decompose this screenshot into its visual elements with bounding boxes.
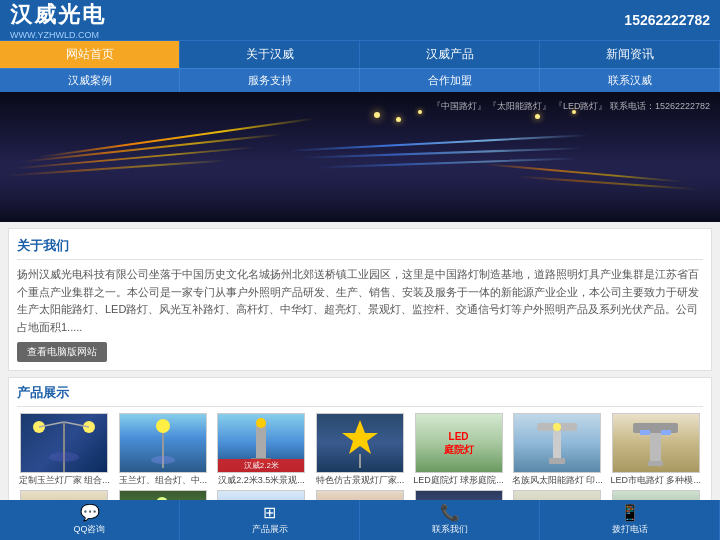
subnav-contact[interactable]: 联系汉威	[540, 69, 720, 92]
phone-number: 15262222782	[624, 12, 710, 28]
main-content: 『中国路灯』 『太阳能路灯』 『LED路灯』 联系电话：15262222782 …	[0, 92, 720, 524]
svg-rect-19	[633, 423, 678, 433]
logo: 汉威光电 WWW.YZHWLD.COM	[10, 0, 106, 40]
list-item[interactable]: 玉兰灯、组合灯、中...	[116, 413, 211, 486]
list-item[interactable]: LED市电路灯 多种模...	[608, 413, 703, 486]
logo-text: 汉威光电	[10, 2, 106, 27]
bottom-nav-qq[interactable]: 💬 QQ咨询	[0, 500, 180, 540]
product-label: 玉兰灯、组合灯、中...	[119, 475, 208, 486]
product-image	[20, 413, 108, 473]
banner: 『中国路灯』 『太阳能路灯』 『LED路灯』 联系电话：15262222782	[0, 92, 720, 222]
product-label: 特色仿古景观灯厂家...	[316, 475, 405, 486]
svg-point-10	[256, 418, 266, 428]
about-desktop-btn[interactable]: 查看电脑版网站	[17, 342, 107, 362]
product-image	[316, 413, 404, 473]
header: 汉威光电 WWW.YZHWLD.COM 15262222782	[0, 0, 720, 40]
bottom-nav-products-label: 产品展示	[252, 523, 288, 536]
svg-rect-9	[256, 423, 266, 463]
grid-icon: ⊞	[263, 505, 276, 521]
product-image	[119, 413, 207, 473]
product-label: LED庭院灯 球形庭院...	[413, 475, 504, 486]
product-label: 定制玉兰灯厂家 组合...	[19, 475, 110, 486]
banner-overlay	[0, 162, 720, 222]
svg-rect-21	[661, 430, 671, 435]
product-label: LED市电路灯 多种模...	[610, 475, 701, 486]
nav-item-news[interactable]: 新闻资讯	[540, 41, 720, 68]
svg-rect-17	[549, 458, 565, 464]
svg-rect-22	[648, 461, 663, 466]
qq-icon: 💬	[80, 505, 100, 521]
svg-point-16	[553, 423, 561, 431]
list-item[interactable]: 定制玉兰灯厂家 组合...	[17, 413, 112, 486]
subnav-cases[interactable]: 汉威案例	[0, 69, 180, 92]
svg-marker-12	[342, 420, 378, 454]
nav-item-about[interactable]: 关于汉威	[180, 41, 360, 68]
bottom-nav-call-label: 拨打电话	[612, 523, 648, 536]
svg-rect-20	[640, 430, 650, 435]
list-item[interactable]: LED庭院灯 LED庭院灯 球形庭院...	[411, 413, 506, 486]
nav-item-home[interactable]: 网站首页	[0, 41, 180, 68]
bottom-nav-contact[interactable]: 📞 联系我们	[360, 500, 540, 540]
logo-area: 汉威光电 WWW.YZHWLD.COM	[10, 0, 106, 40]
svg-point-6	[156, 419, 170, 433]
bottom-nav-call[interactable]: 📱 拨打电话	[540, 500, 720, 540]
subnav-partner[interactable]: 合作加盟	[360, 69, 540, 92]
about-title: 关于我们	[17, 237, 703, 260]
about-text: 扬州汉威光电科技有限公司坐落于中国历史文化名城扬州北郊送桥镇工业园区，这里是中国…	[17, 266, 703, 336]
svg-point-8	[151, 456, 175, 464]
banner-text: 『中国路灯』 『太阳能路灯』 『LED路灯』 联系电话：15262222782	[432, 100, 710, 113]
list-item[interactable]: 名族风太阳能路灯 印...	[510, 413, 605, 486]
product-badge: 汉威2.2米	[218, 459, 304, 472]
product-image: LED庭院灯	[415, 413, 503, 473]
logo-subtitle: WWW.YZHWLD.COM	[10, 30, 106, 40]
product-image	[513, 413, 601, 473]
about-section: 关于我们 扬州汉威光电科技有限公司坐落于中国历史文化名城扬州北郊送桥镇工业园区，…	[8, 228, 712, 371]
nav-item-products[interactable]: 汉威产品	[360, 41, 540, 68]
svg-point-5	[49, 452, 79, 462]
product-image: 汉威2.2米	[217, 413, 305, 473]
phone-icon: 📱	[620, 505, 640, 521]
bottom-nav-qq-label: QQ咨询	[73, 523, 105, 536]
bottom-nav-contact-label: 联系我们	[432, 523, 468, 536]
contact-icon: 📞	[440, 505, 460, 521]
product-label: 名族风太阳能路灯 印...	[512, 475, 603, 486]
main-nav: 网站首页 关于汉威 汉威产品 新闻资讯	[0, 40, 720, 68]
bottom-nav-products[interactable]: ⊞ 产品展示	[180, 500, 360, 540]
product-grid: 定制玉兰灯厂家 组合... 玉兰灯、组合灯、中... 汉威2.2米 汉威2.2米	[17, 413, 703, 486]
subnav-service[interactable]: 服务支持	[180, 69, 360, 92]
sub-nav: 汉威案例 服务支持 合作加盟 联系汉威	[0, 68, 720, 92]
list-item[interactable]: 汉威2.2米 汉威2.2米3.5米景观...	[214, 413, 309, 486]
products-title: 产品展示	[17, 384, 703, 407]
list-item[interactable]: 特色仿古景观灯厂家...	[313, 413, 408, 486]
bottom-nav: 💬 QQ咨询 ⊞ 产品展示 📞 联系我们 📱 拨打电话	[0, 500, 720, 540]
product-label: 汉威2.2米3.5米景观...	[218, 475, 305, 486]
product-image	[612, 413, 700, 473]
